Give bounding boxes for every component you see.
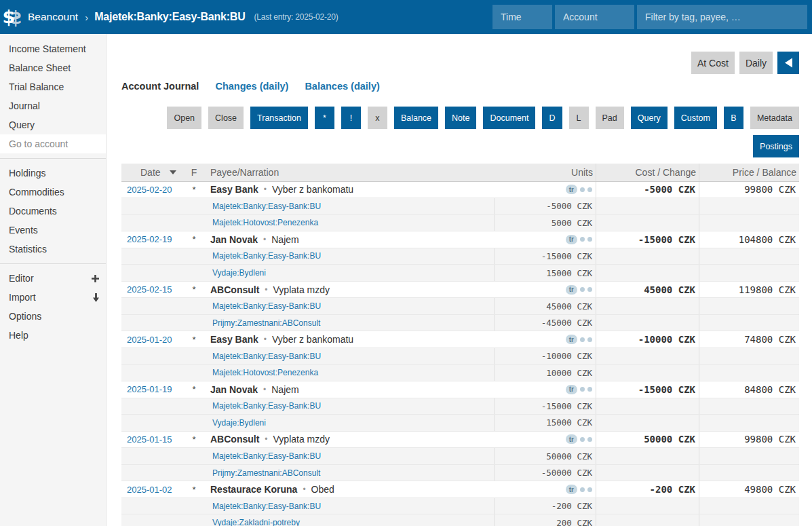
posting-account-link[interactable]: Vydaje:Zakladni-potreby: [212, 518, 300, 526]
daily-interval-button[interactable]: Daily: [739, 52, 773, 74]
posting-account-link[interactable]: Vydaje:Bydleni: [212, 268, 266, 278]
sidebar-item-link[interactable]: Journal: [0, 96, 106, 115]
posting-indicator-dot[interactable]: [580, 487, 585, 492]
journal-filter-postings[interactable]: Postings: [753, 135, 799, 157]
posting-balance-cell: [699, 498, 799, 514]
transaction-balance-cell: 84800 CZK: [699, 381, 799, 398]
sidebar-item-link[interactable]: Trial Balance: [0, 77, 106, 96]
column-header-payee-narration[interactable]: Payee/Narration: [205, 164, 494, 181]
posting-account-link[interactable]: Majetek:Banky:Easy-Bank:BU: [212, 502, 321, 511]
posting-units-cell: -45000 CZK: [494, 315, 596, 331]
column-header-date[interactable]: Date: [121, 164, 183, 181]
transaction-date-link[interactable]: 2025-02-20: [127, 185, 172, 195]
sidebar-item-label: Query: [9, 119, 35, 130]
journal-filter-l[interactable]: L: [569, 107, 589, 129]
journal-filter-note[interactable]: Note: [445, 107, 476, 129]
sidebar-item-statistics: Statistics: [0, 240, 106, 259]
journal-filter-d[interactable]: D: [542, 107, 562, 129]
transaction-date-link[interactable]: 2025-01-19: [127, 384, 172, 394]
posting-indicator-dot[interactable]: [587, 187, 592, 192]
transaction-narration: Vyplata mzdy: [273, 434, 330, 445]
posting-indicator-dot[interactable]: [587, 237, 592, 242]
posting-indicator-dot[interactable]: [587, 287, 592, 292]
transaction-date-link[interactable]: 2025-02-15: [127, 284, 172, 295]
posting-indicator-dot[interactable]: [580, 387, 585, 392]
at-cost-button[interactable]: At Cost: [691, 52, 735, 74]
sidebar-item-link[interactable]: Query: [0, 115, 106, 134]
sidebar-item-link[interactable]: Income Statement: [0, 39, 106, 58]
column-header-cost-change[interactable]: Cost / Change: [596, 164, 699, 181]
posting-indicator-dot[interactable]: [580, 437, 585, 442]
posting-indicator-dot[interactable]: [580, 337, 585, 342]
journal-filter-document[interactable]: Document: [483, 107, 535, 129]
journal-filter-open[interactable]: Open: [167, 107, 201, 129]
transaction-date-link[interactable]: 2025-01-15: [127, 434, 172, 445]
download-arrow-icon: [93, 293, 99, 302]
transaction-date-link[interactable]: 2025-01-20: [127, 335, 172, 345]
journal-filter-pad[interactable]: Pad: [596, 107, 624, 129]
journal-filter-x[interactable]: x: [368, 107, 387, 129]
transaction-type-badge: tr: [566, 485, 577, 494]
posting-date-cell: [121, 498, 183, 514]
sidebar-item-link[interactable]: Options: [0, 307, 106, 326]
journal-filter-transaction[interactable]: Transaction: [250, 107, 308, 129]
journal-filter-![interactable]: !: [341, 107, 361, 129]
account-filter-input[interactable]: [555, 5, 634, 29]
journal-filter-custom[interactable]: Custom: [674, 107, 717, 129]
sidebar-item-link[interactable]: Go to account: [0, 134, 106, 153]
journal-filter-metadata[interactable]: Metadata: [750, 107, 799, 129]
posting-account-link[interactable]: Majetek:Banky:Easy-Bank:BU: [212, 352, 321, 361]
sidebar-item-link[interactable]: Commodities: [0, 183, 106, 202]
tab-changes-daily-[interactable]: Changes (daily): [215, 81, 288, 92]
journal-filter-query[interactable]: Query: [631, 107, 668, 129]
posting-account-link[interactable]: Prijmy:Zamestnani:ABConsult: [212, 468, 320, 478]
tag-payee-filter-input[interactable]: [637, 5, 807, 29]
report-tabs: Account JournalChanges (daily)Balances (…: [121, 79, 799, 93]
transaction-change-amount: 45000 CZK: [644, 284, 695, 295]
posting-account-link[interactable]: Majetek:Hotovost:Penezenka: [212, 368, 318, 377]
posting-indicator-dot[interactable]: [587, 387, 592, 392]
posting-indicator-dot[interactable]: [587, 337, 592, 342]
transaction-date-link[interactable]: 2025-01-02: [127, 485, 172, 495]
posting-indicator-dot[interactable]: [587, 437, 592, 442]
posting-indicator-dot[interactable]: [587, 487, 592, 492]
posting-indicator-dot[interactable]: [580, 287, 585, 292]
journal-filter-b[interactable]: B: [724, 107, 743, 129]
posting-account-link[interactable]: Majetek:Banky:Easy-Bank:BU: [212, 202, 321, 211]
sidebar-item-link[interactable]: Events: [0, 221, 106, 240]
journal-filter-close[interactable]: Close: [208, 107, 244, 129]
transaction-date-link[interactable]: 2025-02-19: [127, 234, 172, 244]
posting-account-link[interactable]: Majetek:Banky:Easy-Bank:BU: [212, 251, 321, 261]
posting-account-link[interactable]: Majetek:Banky:Easy-Bank:BU: [212, 301, 321, 311]
posting-account-link[interactable]: Vydaje:Bydleni: [212, 418, 266, 428]
column-header-units[interactable]: Units: [494, 164, 596, 181]
posting-account-link[interactable]: Majetek:Banky:Easy-Bank:BU: [212, 451, 321, 461]
posting-indicator-dot[interactable]: [580, 237, 585, 242]
sidebar-item-balance-sheet: Balance Sheet: [0, 58, 106, 77]
sidebar-item-link[interactable]: Editor: [0, 269, 106, 288]
time-filter-input[interactable]: [492, 5, 552, 29]
posting-indicator-dot[interactable]: [580, 187, 585, 192]
sidebar-item-link[interactable]: Statistics: [0, 240, 106, 259]
journal-posting-row: Majetek:Banky:Easy-Bank:BU-200 CZK: [121, 498, 799, 515]
brand-link[interactable]: Beancount: [28, 11, 78, 23]
posting-account-link[interactable]: Majetek:Hotovost:Penezenka: [212, 218, 318, 227]
toggle-charts-button[interactable]: [777, 52, 799, 74]
sidebar-item-link[interactable]: Import: [0, 288, 106, 307]
tab-account-journal[interactable]: Account Journal: [121, 81, 199, 92]
sidebar-item-link[interactable]: Help: [0, 326, 106, 345]
posting-cost-cell: [596, 215, 699, 231]
tab-balances-daily-[interactable]: Balances (daily): [305, 81, 379, 92]
sidebar-item-link[interactable]: Balance Sheet: [0, 58, 106, 77]
transaction-date-cell: 2025-02-15: [121, 282, 183, 298]
posting-account-link[interactable]: Majetek:Banky:Easy-Bank:BU: [212, 401, 321, 411]
journal-filter-*[interactable]: *: [315, 107, 334, 129]
transaction-narration: Obed: [311, 484, 334, 495]
column-header-flag[interactable]: F: [183, 164, 205, 181]
journal-filter-balance[interactable]: Balance: [394, 107, 438, 129]
sidebar-item-link[interactable]: Holdings: [0, 164, 106, 183]
sidebar-item-link[interactable]: Documents: [0, 202, 106, 221]
column-header-price-balance[interactable]: Price / Balance: [699, 164, 799, 181]
posting-account-link[interactable]: Prijmy:Zamestnani:ABConsult: [212, 318, 320, 328]
posting-units-amount: 50000 CZK: [546, 451, 592, 462]
